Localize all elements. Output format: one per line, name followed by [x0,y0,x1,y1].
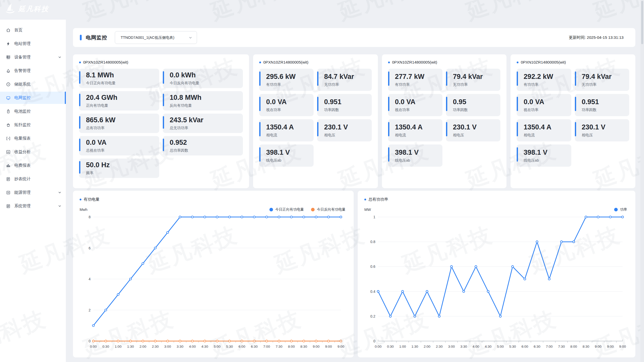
bolt-icon [6,41,11,46]
tile-accent-bar [446,97,447,111]
svg-text:9:00: 9:00 [325,345,332,348]
profit-analysis-icon [6,150,11,154]
scrollbar-thumb[interactable] [641,1,643,44]
legend-item[interactable]: 功率 [614,207,627,212]
sidebar-item-grid-monitor[interactable]: 电网监控 [0,92,66,104]
sidebar-item-topology-monitor[interactable]: 拓扑监控 [0,119,66,131]
svg-text:8:00: 8:00 [570,345,577,348]
sidebar-item-alarm-mgmt[interactable]: 告警管理 [0,65,66,77]
scrollbar[interactable] [640,0,644,362]
tile-accent-bar [388,122,389,136]
sidebar-item-station-mgmt[interactable]: 电站管理 [0,38,66,50]
svg-text:6:00: 6:00 [522,345,528,348]
metric-tile: 79.4 kVar无功功率 [446,69,500,91]
svg-text:5:30: 5:30 [509,345,516,348]
svg-text:9:00: 9:00 [313,345,319,348]
svg-text:3:30: 3:30 [460,345,467,348]
bill-report-icon [6,163,11,168]
device-select[interactable]: TTNOD7A001_1(AC低压侧电表) [115,31,197,44]
svg-text:2:00: 2:00 [424,345,430,348]
metric-label: 线电压ab [524,158,571,163]
legend-dot-icon [269,208,273,211]
metric-tile: 0.951功率因数 [317,94,371,116]
sidebar-item-device-mgmt[interactable]: 设备管理 [0,51,66,63]
svg-text:4:30: 4:30 [485,345,491,348]
tile-accent-bar [163,139,164,151]
svg-text:2: 2 [89,308,91,312]
sidebar-item-meter-stats[interactable]: 抄表统计 [0,173,66,185]
legend-label: 功率 [620,207,627,212]
metric-value: 0.0 VA [266,98,314,106]
svg-text:2:30: 2:30 [152,345,158,348]
metric-label: 无功功率 [582,82,629,87]
tile-accent-bar [388,97,389,111]
svg-text:6:30: 6:30 [251,345,257,348]
energy-mgmt-icon [6,190,11,195]
metric-value: 0.95 [453,98,500,106]
charts-row: 有功电量 Mwh 今日正向有功电量今日反向有功电量 024680:000:301… [73,191,635,357]
device-select-value: TTNOD7A001_1(AC低压侧电表) [121,35,174,40]
device-stat-card-3: 0PXN10ZR14800005(wit)277.7 kW有功功率79.4 kV… [382,54,507,188]
metric-value: 230.1 V [324,123,371,131]
svg-text:4:30: 4:30 [201,345,208,348]
sidebar-item-home[interactable]: 首页 [0,24,66,36]
device-card-title: 0PXN10ZR14800005(wit) [388,60,501,65]
metric-tile: 0.0 VA视在功率 [388,94,442,116]
metric-label: 线电压ab [395,158,442,163]
sidebar-item-profit-analysis[interactable]: 收益分析 [0,146,66,158]
sidebar-item-bill-report[interactable]: 电费报表 [0,159,66,172]
power-report-icon [6,136,11,141]
metric-value: 1350.4 A [395,123,442,131]
bullet-dot-icon [517,62,518,63]
metric-tile: 10.8 MWh反向有功电量 [163,91,243,111]
svg-text:7:30: 7:30 [558,345,565,348]
sidebar-item-storage-system[interactable]: 储能系统 [0,78,66,90]
page-title: 电网监控 [86,34,107,41]
svg-text:6:30: 6:30 [534,345,540,348]
tile-accent-bar [163,71,164,84]
metric-label: 相电流 [395,133,442,138]
svg-text:6: 6 [89,246,91,250]
metric-label: 无功功率 [453,82,500,87]
sidebar-item-label: 储能系统 [14,82,62,87]
legend-item[interactable]: 今日正向有功电量 [269,207,304,212]
sidebar-item-battery-monitor[interactable]: 电池监控 [0,105,66,117]
metric-label: 有功功率 [524,82,571,87]
metric-value: 84.7 kVar [324,73,371,81]
metric-tile: 0.0 VA视在功率 [517,94,571,116]
sidebar-item-energy-mgmt[interactable]: 能源管理 [0,186,66,199]
device-id: 0PXN10ZR14800005(wit) [521,60,566,65]
metric-value: 1350.4 A [266,123,314,131]
metric-value: 398.1 V [395,149,442,156]
legend-item[interactable]: 今日反向有功电量 [311,207,345,212]
sidebar-item-system-mgmt[interactable]: 系统管理 [0,200,66,212]
svg-text:0.8: 0.8 [370,240,376,244]
tile-accent-bar [259,122,261,136]
sidebar-item-label: 收益分析 [14,149,62,155]
tile-accent-bar [517,122,518,136]
metric-label: 总无功功率 [170,126,243,130]
metric-tile: 230.1 V相电压 [317,119,371,141]
energy-storage-icon [6,82,11,87]
metric-tile: 0.0 VA视在功率 [259,94,314,116]
metric-label: 相电压 [324,133,371,138]
sidebar-item-label: 告警管理 [14,68,62,74]
topology-icon [6,123,11,127]
system-mgmt-icon [6,204,11,209]
metric-value: 230.1 V [453,123,500,131]
svg-text:2:30: 2:30 [436,345,442,348]
sidebar-item-power-report[interactable]: 电量报表 [0,132,66,144]
tile-accent-bar [163,94,164,106]
chart-title-row: 总有功功率 [364,197,629,202]
sidebar-item-label: 抄表统计 [14,176,62,182]
tile-accent-bar [79,161,80,174]
svg-text:3:30: 3:30 [177,345,183,348]
sidebar-item-label: 电费报表 [14,163,62,168]
svg-text:5:00: 5:00 [497,345,504,348]
svg-text:0: 0 [89,339,91,343]
metric-label: 无功功率 [324,82,371,87]
tile-accent-bar [163,116,164,129]
metric-tile-grid: 295.6 kW有功功率84.7 kVar无功功率0.0 VA视在功率0.951… [259,69,372,167]
tile-accent-bar [388,147,389,162]
metric-value: 79.4 kVar [582,73,629,81]
